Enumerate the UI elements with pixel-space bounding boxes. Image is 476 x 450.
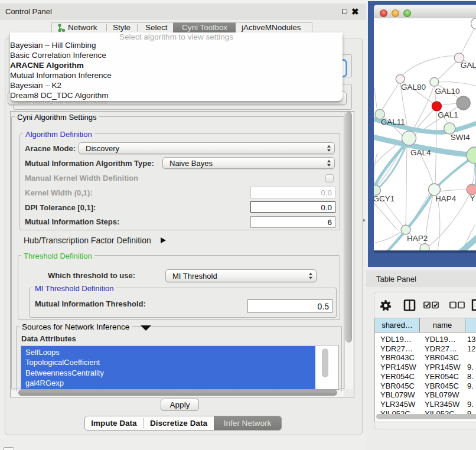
svg-text:SWI4: SWI4: [451, 133, 470, 142]
svg-text:HAP4: HAP4: [435, 194, 457, 203]
svg-text:GAL11: GAL11: [381, 118, 405, 126]
svg-text:GCY1: GCY1: [374, 194, 395, 203]
svg-text:GAL4: GAL4: [410, 148, 431, 157]
svg-text:GAL10: GAL10: [435, 87, 460, 96]
svg-text:GAL1: GAL1: [438, 110, 458, 119]
svg-text:GAL: GAL: [461, 61, 476, 70]
svg-text:HAP2: HAP2: [407, 234, 428, 243]
svg-text:GAL80: GAL80: [401, 83, 426, 92]
svg-text:Y: Y: [470, 194, 475, 203]
